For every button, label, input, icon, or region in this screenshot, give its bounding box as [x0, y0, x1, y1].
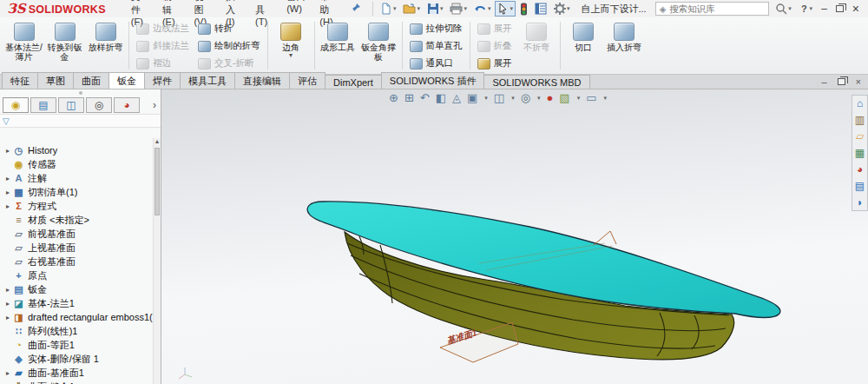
tree-item-front-plane[interactable]: ▱前视基准面: [0, 227, 153, 241]
base-flange-button[interactable]: 基体法兰/薄片: [3, 19, 44, 62]
tree-item-sensors[interactable]: ◉传感器: [0, 157, 153, 171]
corners-button[interactable]: 边角▾: [271, 19, 312, 59]
tree-item-linear-pattern1[interactable]: ∷阵列(线性)1: [0, 324, 153, 338]
print-button[interactable]: ▾: [447, 1, 470, 17]
help-button[interactable]: ?: [794, 3, 809, 14]
minimize-button[interactable]: –: [821, 3, 827, 15]
options-list-icon[interactable]: [532, 1, 549, 17]
tree-filter-row[interactable]: ▽: [0, 114, 161, 128]
configuration-manager-tab[interactable]: ◫: [58, 97, 84, 113]
top-down-design-link[interactable]: 自上而下设计...: [572, 3, 654, 16]
tree-item-body-delete-keep1[interactable]: ◆实体-删除/保留 1: [0, 352, 153, 366]
tab-direct-editing[interactable]: 直接编辑: [234, 72, 290, 89]
view-settings-icon[interactable]: ▭: [586, 91, 596, 105]
expand-arrow-icon[interactable]: ▸: [3, 300, 12, 308]
tab-features[interactable]: 特征: [2, 72, 38, 89]
tab-sheet-metal[interactable]: 钣金: [108, 72, 145, 89]
view-orientation-icon[interactable]: ▣: [467, 91, 477, 105]
zoom-to-area-icon[interactable]: ⊞: [404, 91, 414, 105]
doc-close-button[interactable]: ×: [856, 76, 861, 87]
tab-sketch[interactable]: 草图: [37, 72, 74, 89]
solidworks-forum-icon[interactable]: ◗: [857, 196, 863, 209]
expand-arrow-icon[interactable]: ▸: [3, 314, 12, 321]
restore-button[interactable]: [836, 5, 844, 12]
vent-button[interactable]: 通风口: [405, 55, 467, 72]
tree-item-drafted-emboss1[interactable]: ▸◨drafted rectangular emboss1(D: [0, 310, 153, 324]
tab-dimxpert[interactable]: DimXpert: [325, 75, 382, 89]
display-style-icon[interactable]: ◫: [494, 91, 504, 105]
expand-arrow-icon[interactable]: ▸: [3, 202, 12, 210]
expand-arrow-icon[interactable]: ▸: [3, 175, 12, 182]
design-library-icon[interactable]: ▥: [855, 114, 865, 126]
tree-item-history[interactable]: ▸◷History: [0, 143, 153, 157]
search-button[interactable]: ▾: [773, 1, 794, 17]
expand-arrow-icon[interactable]: ▸: [3, 286, 12, 294]
save-button[interactable]: ▾: [424, 1, 446, 17]
edit-appearance-icon[interactable]: ●: [547, 91, 554, 105]
tab-weldments[interactable]: 焊件: [144, 72, 181, 89]
panel-drag-handle[interactable]: [0, 89, 161, 96]
file-explorer-icon[interactable]: ▱: [856, 130, 864, 142]
apply-scene-icon[interactable]: ▧: [559, 91, 569, 105]
tree-item-surface-plane1[interactable]: ▸▰曲面-基准面1: [0, 366, 153, 380]
scroll-up-arrow-icon[interactable]: ▲: [154, 138, 161, 147]
convert-to-sheet-metal-button[interactable]: 转换到钣金: [44, 19, 85, 62]
knowledge-search-box[interactable]: ◈: [655, 2, 770, 16]
tab-solidworks-addins[interactable]: SOLIDWORKS 插件: [381, 72, 485, 89]
model-3d[interactable]: 基准面1: [161, 89, 868, 384]
tree-item-sheet-metal-folder[interactable]: ▸▤钣金: [0, 282, 153, 296]
lofted-bend-button[interactable]: 放样折弯: [85, 19, 126, 52]
hide-show-items-icon[interactable]: ◎: [521, 91, 530, 105]
graphics-viewport[interactable]: 基准面1 ⊕ ⊞ ↶ ◧ ◬ ▣▾ ◫▾ ◎▾ ● ▧▾ ▭: [161, 89, 868, 384]
property-manager-tab[interactable]: ▤: [30, 97, 56, 113]
solidworks-resources-icon[interactable]: ⌂: [857, 97, 863, 109]
annotation-view-icon[interactable]: ◬: [452, 91, 461, 105]
settings-gear-icon[interactable]: ▾: [551, 1, 573, 17]
previous-view-icon[interactable]: ↶: [420, 91, 430, 105]
dimxpert-manager-tab[interactable]: ◎: [86, 97, 112, 113]
expand-arrow-icon[interactable]: ▸: [3, 369, 12, 377]
panel-tabs-overflow-button[interactable]: ›: [153, 99, 158, 111]
tree-item-top-plane[interactable]: ▱上视基准面: [0, 241, 153, 255]
flatten-button[interactable]: 展开: [473, 55, 516, 72]
view-palette-icon[interactable]: ▦: [855, 147, 865, 159]
feature-manager-tab[interactable]: ◉: [3, 97, 29, 113]
expand-arrow-icon[interactable]: ▸: [3, 147, 12, 155]
tree-item-annotations[interactable]: ▸A注解: [0, 171, 153, 185]
expand-arrow-icon[interactable]: ▸: [3, 189, 12, 196]
section-view-icon[interactable]: ◧: [436, 91, 446, 105]
rebuild-light-icon[interactable]: [517, 1, 530, 17]
undo-button[interactable]: ▾: [471, 1, 494, 17]
forming-tool-button[interactable]: 成形工具: [318, 19, 358, 52]
custom-properties-icon[interactable]: ▤: [855, 180, 865, 192]
tree-item-surface-knit1[interactable]: ∥曲面-缝合1: [0, 380, 153, 384]
simple-hole-button[interactable]: 简单直孔: [405, 37, 467, 55]
tree-item-cutlist[interactable]: ▸▦切割清单(1): [0, 185, 153, 199]
reference-plane-top[interactable]: [594, 231, 616, 245]
tree-scrollbar[interactable]: ▲: [153, 138, 161, 384]
close-button[interactable]: ×: [852, 2, 859, 16]
display-manager-tab[interactable]: ◕: [114, 97, 140, 113]
rip-button[interactable]: 切口: [563, 19, 604, 52]
tree-item-right-plane[interactable]: ▱右视基准面: [0, 255, 153, 268]
pin-menu-icon[interactable]: [351, 3, 361, 15]
select-tool-button[interactable]: ▾: [495, 1, 516, 17]
appearances-scenes-icon[interactable]: ◕: [857, 163, 863, 175]
tab-surfaces[interactable]: 曲面: [73, 72, 109, 89]
tree-item-base-flange1[interactable]: ▸◪基体-法兰1: [0, 296, 153, 310]
new-file-button[interactable]: ▾: [378, 1, 399, 17]
scrollbar-thumb[interactable]: [155, 148, 160, 215]
doc-restore-button[interactable]: [838, 78, 845, 85]
tree-item-equations[interactable]: ▸Σ方程式: [0, 199, 153, 213]
extruded-cut-button[interactable]: 拉伸切除: [405, 20, 467, 37]
tree-item-material[interactable]: ≡材质 <未指定>: [0, 213, 153, 227]
doc-minimize-button[interactable]: –: [821, 76, 826, 87]
tab-solidworks-mbd[interactable]: SOLIDWORKS MBD: [483, 75, 589, 89]
tab-mold-tools[interactable]: 模具工具: [180, 72, 235, 89]
tab-evaluate[interactable]: 评估: [289, 72, 326, 89]
tree-item-surface-offset1[interactable]: ◔曲面-等距1: [0, 338, 153, 352]
tree-item-origin[interactable]: +原点: [0, 268, 153, 282]
jog-button[interactable]: 转折: [194, 20, 265, 37]
open-file-button[interactable]: ▾: [400, 1, 423, 17]
insert-bends-button[interactable]: 插入折弯: [604, 19, 645, 52]
